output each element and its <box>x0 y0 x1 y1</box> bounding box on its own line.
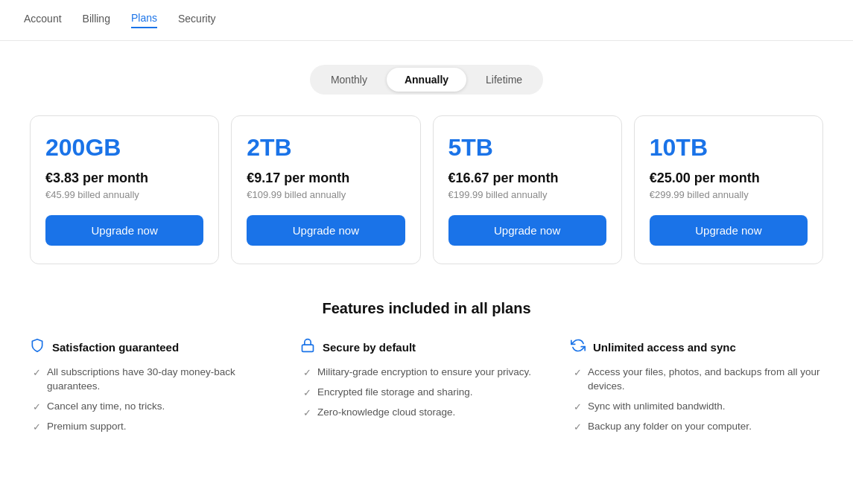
plan-card-200gb: 200GB €3.83 per month €45.99 billed annu… <box>30 115 219 264</box>
list-item: ✓ All subscriptions have 30-day money-ba… <box>33 366 282 394</box>
check-icon: ✓ <box>33 401 41 414</box>
features-section: Features included in all plans Satisfact… <box>30 300 823 434</box>
check-icon: ✓ <box>33 421 41 434</box>
feature-list-satisfaction: ✓ All subscriptions have 30-day money-ba… <box>30 366 282 434</box>
features-grid: Satisfaction guaranteed ✓ All subscripti… <box>30 338 823 434</box>
plan-billed-10tb: €299.99 billed annually <box>650 189 808 200</box>
check-icon: ✓ <box>574 421 582 434</box>
plan-billed-200gb: €45.99 billed annually <box>45 189 203 200</box>
check-icon: ✓ <box>303 406 311 420</box>
feature-col-satisfaction: Satisfaction guaranteed ✓ All subscripti… <box>30 338 282 434</box>
lock-icon <box>300 338 315 357</box>
feature-heading-satisfaction: Satisfaction guaranteed <box>30 338 282 357</box>
plan-card-2tb: 2TB €9.17 per month €109.99 billed annua… <box>231 115 420 264</box>
plan-storage-2tb: 2TB <box>247 134 405 162</box>
upgrade-btn-200gb[interactable]: Upgrade now <box>45 215 203 246</box>
top-navigation: Account Billing Plans Security <box>0 0 853 41</box>
check-icon: ✓ <box>574 401 582 414</box>
check-icon: ✓ <box>574 366 582 380</box>
feature-heading-sync-text: Unlimited access and sync <box>593 341 736 354</box>
plan-billed-5tb: €199.99 billed annually <box>448 189 606 200</box>
plans-grid: 200GB €3.83 per month €45.99 billed annu… <box>30 115 823 264</box>
list-item: ✓ Backup any folder on your computer. <box>574 420 823 434</box>
upgrade-btn-5tb[interactable]: Upgrade now <box>448 215 606 246</box>
plan-card-5tb: 5TB €16.67 per month €199.99 billed annu… <box>433 115 622 264</box>
feature-list-sync: ✓ Access your files, photos, and backups… <box>571 366 823 434</box>
plan-price-2tb: €9.17 per month <box>247 170 405 186</box>
nav-account[interactable]: Account <box>24 13 62 28</box>
plan-price-200gb: €3.83 per month <box>45 170 203 186</box>
plan-price-10tb: €25.00 per month <box>650 170 808 186</box>
feature-heading-satisfaction-text: Satisfaction guaranteed <box>52 341 179 354</box>
list-item: ✓ Premium support. <box>33 420 282 434</box>
list-item: ✓ Encrypted file storage and sharing. <box>303 386 553 400</box>
feature-heading-secure: Secure by default <box>300 338 553 357</box>
list-item: ✓ Access your files, photos, and backups… <box>574 366 823 394</box>
toggle-group: Monthly Annually Lifetime <box>310 65 543 95</box>
feature-col-secure: Secure by default ✓ Military-grade encry… <box>300 338 553 434</box>
list-item: ✓ Sync with unlimited bandwidth. <box>574 400 823 414</box>
upgrade-btn-10tb[interactable]: Upgrade now <box>650 215 808 246</box>
plan-storage-5tb: 5TB <box>448 134 606 162</box>
toggle-lifetime[interactable]: Lifetime <box>468 68 540 92</box>
check-icon: ✓ <box>303 366 311 380</box>
shield-icon <box>30 338 45 357</box>
list-item: ✓ Military-grade encryption to ensure yo… <box>303 366 553 380</box>
upgrade-btn-2tb[interactable]: Upgrade now <box>247 215 405 246</box>
check-icon: ✓ <box>33 366 41 380</box>
features-title: Features included in all plans <box>30 300 823 317</box>
feature-list-secure: ✓ Military-grade encryption to ensure yo… <box>300 366 553 421</box>
sync-icon <box>571 338 586 357</box>
feature-heading-secure-text: Secure by default <box>323 341 416 354</box>
nav-billing[interactable]: Billing <box>83 13 110 28</box>
svg-rect-0 <box>302 345 314 351</box>
feature-col-sync: Unlimited access and sync ✓ Access your … <box>571 338 823 434</box>
plan-storage-10tb: 10TB <box>650 134 808 162</box>
main-content: Monthly Annually Lifetime 200GB €3.83 pe… <box>0 41 853 458</box>
feature-heading-sync: Unlimited access and sync <box>571 338 823 357</box>
toggle-annually[interactable]: Annually <box>387 68 466 92</box>
nav-security[interactable]: Security <box>178 13 216 28</box>
list-item: ✓ Zero-knowledge cloud storage. <box>303 406 553 420</box>
plan-price-5tb: €16.67 per month <box>448 170 606 186</box>
check-icon: ✓ <box>303 386 311 400</box>
billing-toggle-group: Monthly Annually Lifetime <box>30 65 823 95</box>
toggle-monthly[interactable]: Monthly <box>313 68 385 92</box>
plan-card-10tb: 10TB €25.00 per month €299.99 billed ann… <box>634 115 823 264</box>
plan-billed-2tb: €109.99 billed annually <box>247 189 405 200</box>
plan-storage-200gb: 200GB <box>45 134 203 162</box>
list-item: ✓ Cancel any time, no tricks. <box>33 400 282 414</box>
nav-plans[interactable]: Plans <box>131 12 157 28</box>
